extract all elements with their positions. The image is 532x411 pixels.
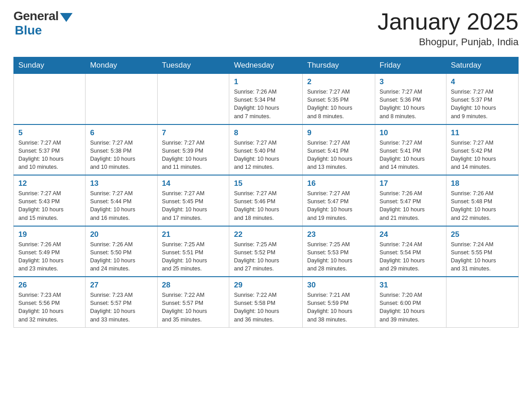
day-info: Sunrise: 7:22 AMSunset: 5:58 PMDaylight:… <box>234 291 298 324</box>
day-info: Sunrise: 7:26 AMSunset: 5:49 PMDaylight:… <box>18 240 81 273</box>
calendar-cell <box>14 74 86 124</box>
day-number: 28 <box>162 281 225 290</box>
day-number: 1 <box>234 77 298 86</box>
day-number: 5 <box>18 128 81 137</box>
calendar-cell: 31Sunrise: 7:20 AMSunset: 6:00 PMDayligh… <box>375 277 446 327</box>
day-number: 20 <box>90 230 152 239</box>
day-number: 7 <box>162 128 225 137</box>
calendar-cell: 13Sunrise: 7:27 AMSunset: 5:44 PMDayligh… <box>86 175 157 226</box>
day-number: 19 <box>18 230 81 239</box>
weekday-header-tuesday: Tuesday <box>157 57 229 74</box>
day-number: 15 <box>234 179 298 188</box>
day-info: Sunrise: 7:27 AMSunset: 5:46 PMDaylight:… <box>234 189 298 222</box>
day-info: Sunrise: 7:23 AMSunset: 5:56 PMDaylight:… <box>18 291 81 324</box>
calendar-cell <box>157 74 229 124</box>
day-info: Sunrise: 7:27 AMSunset: 5:38 PMDaylight:… <box>90 139 152 171</box>
calendar-cell: 28Sunrise: 7:22 AMSunset: 5:57 PMDayligh… <box>157 277 229 327</box>
weekday-header-sunday: Sunday <box>14 57 86 74</box>
day-number: 11 <box>451 128 514 137</box>
day-number: 30 <box>307 281 370 290</box>
calendar-cell: 16Sunrise: 7:27 AMSunset: 5:47 PMDayligh… <box>303 175 375 226</box>
calendar-cell: 26Sunrise: 7:23 AMSunset: 5:56 PMDayligh… <box>14 277 86 327</box>
calendar-cell: 27Sunrise: 7:23 AMSunset: 5:57 PMDayligh… <box>86 277 157 327</box>
day-number: 16 <box>307 179 370 188</box>
day-number: 10 <box>380 128 442 137</box>
day-number: 26 <box>18 281 81 290</box>
calendar-cell: 29Sunrise: 7:22 AMSunset: 5:58 PMDayligh… <box>229 277 303 327</box>
title-area: January 2025 Bhogpur, Punjab, India <box>378 9 519 48</box>
day-info: Sunrise: 7:25 AMSunset: 5:52 PMDaylight:… <box>234 240 298 273</box>
day-number: 9 <box>307 128 370 137</box>
day-number: 29 <box>234 281 298 290</box>
calendar-cell <box>446 277 518 327</box>
calendar-cell: 2Sunrise: 7:27 AMSunset: 5:35 PMDaylight… <box>303 74 375 124</box>
calendar-cell: 17Sunrise: 7:26 AMSunset: 5:47 PMDayligh… <box>375 175 446 226</box>
location-text: Bhogpur, Punjab, India <box>378 36 519 48</box>
month-title: January 2025 <box>378 9 519 34</box>
day-number: 14 <box>162 179 225 188</box>
calendar-cell: 1Sunrise: 7:26 AMSunset: 5:34 PMDaylight… <box>229 74 303 124</box>
day-info: Sunrise: 7:26 AMSunset: 5:34 PMDaylight:… <box>234 88 298 120</box>
day-number: 22 <box>234 230 298 239</box>
calendar-cell: 3Sunrise: 7:27 AMSunset: 5:36 PMDaylight… <box>375 74 446 124</box>
calendar-cell: 18Sunrise: 7:26 AMSunset: 5:48 PMDayligh… <box>446 175 518 226</box>
calendar-week-row: 12Sunrise: 7:27 AMSunset: 5:43 PMDayligh… <box>14 175 519 226</box>
calendar-week-row: 5Sunrise: 7:27 AMSunset: 5:37 PMDaylight… <box>14 124 519 176</box>
calendar-cell: 19Sunrise: 7:26 AMSunset: 5:49 PMDayligh… <box>14 226 86 277</box>
calendar-week-row: 1Sunrise: 7:26 AMSunset: 5:34 PMDaylight… <box>14 74 519 124</box>
weekday-header-friday: Friday <box>375 57 446 74</box>
calendar-cell: 21Sunrise: 7:25 AMSunset: 5:51 PMDayligh… <box>157 226 229 277</box>
day-number: 4 <box>451 77 514 86</box>
day-info: Sunrise: 7:27 AMSunset: 5:45 PMDaylight:… <box>162 189 225 222</box>
day-info: Sunrise: 7:24 AMSunset: 5:54 PMDaylight:… <box>380 240 442 273</box>
day-info: Sunrise: 7:27 AMSunset: 5:42 PMDaylight:… <box>451 139 514 171</box>
day-info: Sunrise: 7:27 AMSunset: 5:40 PMDaylight:… <box>234 139 298 171</box>
calendar-week-row: 19Sunrise: 7:26 AMSunset: 5:49 PMDayligh… <box>14 226 519 277</box>
weekday-header-monday: Monday <box>86 57 157 74</box>
day-number: 25 <box>451 230 514 239</box>
weekday-header-thursday: Thursday <box>303 57 375 74</box>
calendar-cell: 6Sunrise: 7:27 AMSunset: 5:38 PMDaylight… <box>86 124 157 176</box>
day-info: Sunrise: 7:27 AMSunset: 5:41 PMDaylight:… <box>380 139 442 171</box>
day-info: Sunrise: 7:27 AMSunset: 5:36 PMDaylight:… <box>380 88 442 120</box>
day-info: Sunrise: 7:26 AMSunset: 5:47 PMDaylight:… <box>380 189 442 222</box>
calendar-cell: 5Sunrise: 7:27 AMSunset: 5:37 PMDaylight… <box>14 124 86 176</box>
day-number: 2 <box>307 77 370 86</box>
day-info: Sunrise: 7:27 AMSunset: 5:37 PMDaylight:… <box>451 88 514 120</box>
calendar-cell: 14Sunrise: 7:27 AMSunset: 5:45 PMDayligh… <box>157 175 229 226</box>
day-info: Sunrise: 7:27 AMSunset: 5:37 PMDaylight:… <box>18 139 81 171</box>
day-info: Sunrise: 7:26 AMSunset: 5:48 PMDaylight:… <box>451 189 514 222</box>
calendar-cell: 23Sunrise: 7:25 AMSunset: 5:53 PMDayligh… <box>303 226 375 277</box>
day-info: Sunrise: 7:21 AMSunset: 5:59 PMDaylight:… <box>307 291 370 324</box>
calendar-cell: 20Sunrise: 7:26 AMSunset: 5:50 PMDayligh… <box>86 226 157 277</box>
day-info: Sunrise: 7:26 AMSunset: 5:50 PMDaylight:… <box>90 240 152 273</box>
day-info: Sunrise: 7:25 AMSunset: 5:53 PMDaylight:… <box>307 240 370 273</box>
day-number: 31 <box>380 281 442 290</box>
page-header: General Blue January 2025 Bhogpur, Punja… <box>13 9 519 48</box>
day-number: 3 <box>380 77 442 86</box>
calendar-cell <box>86 74 157 124</box>
calendar-cell: 9Sunrise: 7:27 AMSunset: 5:41 PMDaylight… <box>303 124 375 176</box>
calendar-cell: 15Sunrise: 7:27 AMSunset: 5:46 PMDayligh… <box>229 175 303 226</box>
logo-arrow-icon <box>60 13 73 22</box>
day-info: Sunrise: 7:27 AMSunset: 5:35 PMDaylight:… <box>307 88 370 120</box>
day-info: Sunrise: 7:27 AMSunset: 5:39 PMDaylight:… <box>162 139 225 171</box>
calendar-cell: 7Sunrise: 7:27 AMSunset: 5:39 PMDaylight… <box>157 124 229 176</box>
logo-general-text: General <box>13 9 59 23</box>
day-number: 17 <box>380 179 442 188</box>
day-number: 23 <box>307 230 370 239</box>
day-number: 12 <box>18 179 81 188</box>
day-info: Sunrise: 7:27 AMSunset: 5:43 PMDaylight:… <box>18 189 81 222</box>
calendar-week-row: 26Sunrise: 7:23 AMSunset: 5:56 PMDayligh… <box>14 277 519 327</box>
day-info: Sunrise: 7:27 AMSunset: 5:44 PMDaylight:… <box>90 189 152 222</box>
day-number: 18 <box>451 179 514 188</box>
day-info: Sunrise: 7:27 AMSunset: 5:41 PMDaylight:… <box>307 139 370 171</box>
calendar-table: SundayMondayTuesdayWednesdayThursdayFrid… <box>13 57 519 328</box>
calendar-cell: 8Sunrise: 7:27 AMSunset: 5:40 PMDaylight… <box>229 124 303 176</box>
weekday-header-wednesday: Wednesday <box>229 57 303 74</box>
logo-blue-text: Blue <box>15 23 42 38</box>
day-number: 24 <box>380 230 442 239</box>
day-number: 27 <box>90 281 152 290</box>
day-info: Sunrise: 7:23 AMSunset: 5:57 PMDaylight:… <box>90 291 152 324</box>
calendar-cell: 4Sunrise: 7:27 AMSunset: 5:37 PMDaylight… <box>446 74 518 124</box>
